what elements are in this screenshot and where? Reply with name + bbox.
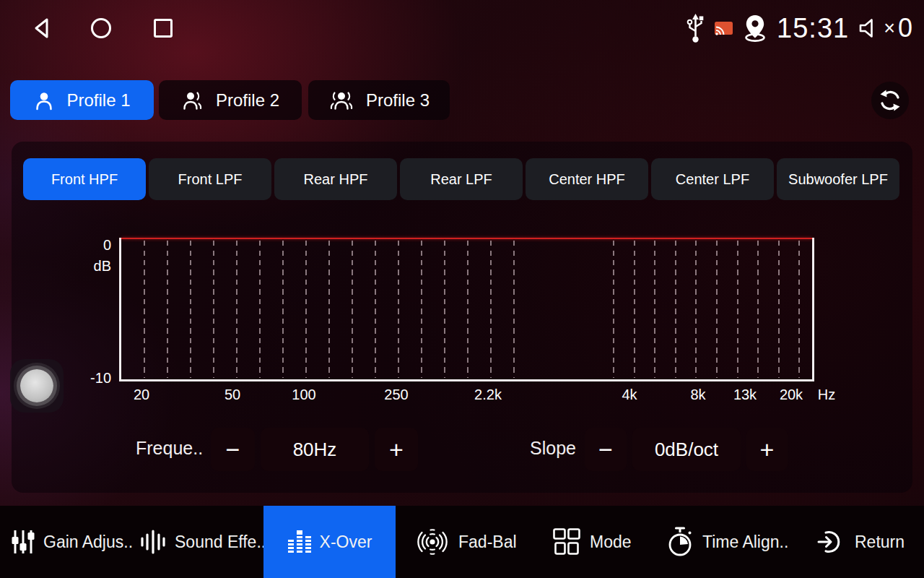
nav-gain-adjust[interactable]: Gain Adjus.. xyxy=(11,506,133,578)
user-3-icon xyxy=(328,90,354,111)
gridline xyxy=(444,241,445,378)
gridline xyxy=(213,241,214,378)
x-tick: 50 xyxy=(225,387,240,403)
gridline xyxy=(236,241,237,378)
y-axis-max-label: 0 xyxy=(71,237,111,254)
frequency-minus-button[interactable]: − xyxy=(211,428,255,471)
android-back-button[interactable] xyxy=(27,14,56,43)
android-recents-button[interactable] xyxy=(149,14,178,43)
gridline xyxy=(634,241,635,378)
gridline xyxy=(778,241,780,378)
gridline xyxy=(798,241,800,378)
y-axis-unit-label: dB xyxy=(71,258,111,275)
equalizer-bars-icon xyxy=(287,530,312,554)
gridline xyxy=(167,241,168,378)
tab-label: Subwoofer LPF xyxy=(788,171,888,188)
y-axis-min-label: -10 xyxy=(71,370,111,387)
profile-2-button[interactable]: Profile 2 xyxy=(159,80,302,120)
recents-square-icon xyxy=(149,14,177,42)
minus-icon: − xyxy=(226,436,240,464)
frequency-plus-button[interactable]: + xyxy=(375,428,418,471)
x-tick: 8k xyxy=(690,387,705,403)
profile-label: Profile 3 xyxy=(366,90,430,111)
home-circle-icon xyxy=(87,14,115,42)
nav-sound-effect[interactable]: Sound Effe.. xyxy=(139,506,266,578)
gridline xyxy=(675,241,676,378)
speaker-muted-icon xyxy=(858,17,879,40)
slope-value: 0dB/oct xyxy=(632,428,741,471)
tab-center-hpf[interactable]: Center HPF xyxy=(526,158,648,200)
gridline xyxy=(259,241,261,378)
tab-front-lpf[interactable]: Front LPF xyxy=(149,158,271,200)
tab-label: Rear LPF xyxy=(430,171,492,188)
gridline xyxy=(716,241,718,378)
return-arrow-icon xyxy=(816,527,847,556)
nav-label: Time Align.. xyxy=(702,532,788,552)
plus-icon: + xyxy=(389,436,404,464)
x-tick: 2.2k xyxy=(474,387,502,403)
gridline xyxy=(282,241,284,378)
x-tick: 20 xyxy=(134,387,149,403)
clock-time: 15:31 xyxy=(777,13,849,44)
screen: 15:31 × 0 Profile 1 xyxy=(0,0,924,578)
slope-label: Slope xyxy=(530,438,576,459)
floating-assist-button[interactable] xyxy=(10,359,64,413)
slope-minus-button[interactable]: − xyxy=(585,428,627,471)
volume-level: 0 xyxy=(898,13,912,43)
gridline xyxy=(467,241,468,378)
slope-plus-button[interactable]: + xyxy=(746,428,788,471)
frequency-label: Freque.. xyxy=(136,438,203,459)
gridline xyxy=(421,241,422,378)
volume-status: × 0 xyxy=(858,13,912,43)
gridline xyxy=(328,241,330,378)
back-triangle-icon xyxy=(28,14,56,42)
waveform-icon xyxy=(139,530,167,554)
response-curve-line xyxy=(121,238,812,239)
tab-label: Center HPF xyxy=(549,171,625,188)
mute-x-mark: × xyxy=(884,17,895,40)
x-tick: 20k xyxy=(780,387,803,403)
gridline xyxy=(513,241,515,378)
gridline xyxy=(352,241,353,378)
tab-rear-lpf[interactable]: Rear LPF xyxy=(400,158,523,200)
nav-time-align[interactable]: Time Align.. xyxy=(666,506,788,578)
nav-label: Return xyxy=(855,532,905,552)
tab-label: Front LPF xyxy=(178,171,243,188)
minus-icon: − xyxy=(598,436,613,464)
refresh-icon xyxy=(877,87,903,113)
nav-x-over[interactable]: X-Over xyxy=(263,506,396,578)
gridline xyxy=(737,241,738,378)
reset-button[interactable] xyxy=(871,82,909,119)
user-2-icon xyxy=(181,90,204,111)
gridline xyxy=(490,241,492,378)
gridline xyxy=(757,241,759,378)
usb-icon xyxy=(686,13,705,43)
profile-3-button[interactable]: Profile 3 xyxy=(308,80,450,120)
grid-squares-icon xyxy=(552,527,582,557)
nav-return[interactable]: Return xyxy=(816,506,905,578)
tab-label: Center LPF xyxy=(676,171,749,188)
profile-1-button[interactable]: Profile 1 xyxy=(10,80,154,120)
tab-label: Rear HPF xyxy=(304,171,368,188)
user-icon xyxy=(33,90,55,111)
tab-center-lpf[interactable]: Center LPF xyxy=(651,158,774,200)
nav-label: Fad-Bal xyxy=(458,532,517,552)
gridline xyxy=(613,241,614,378)
nav-fad-bal[interactable]: Fad-Bal xyxy=(414,506,517,578)
fader-balance-icon xyxy=(414,525,450,559)
gridline xyxy=(398,241,399,378)
cast-icon xyxy=(714,21,733,36)
profile-label: Profile 1 xyxy=(66,90,130,111)
gridline xyxy=(654,241,655,378)
xover-plot xyxy=(119,238,814,381)
gridline xyxy=(190,241,191,378)
android-home-button[interactable] xyxy=(87,14,116,43)
tab-subwoofer-lpf[interactable]: Subwoofer LPF xyxy=(777,158,899,200)
nav-label: Gain Adjus.. xyxy=(43,532,133,552)
nav-label: Mode xyxy=(590,532,632,552)
tab-front-hpf[interactable]: Front HPF xyxy=(23,158,146,200)
nav-mode[interactable]: Mode xyxy=(552,506,632,578)
x-tick: 100 xyxy=(292,387,315,403)
nav-label: X-Over xyxy=(320,532,372,552)
tab-rear-hpf[interactable]: Rear HPF xyxy=(274,158,397,200)
